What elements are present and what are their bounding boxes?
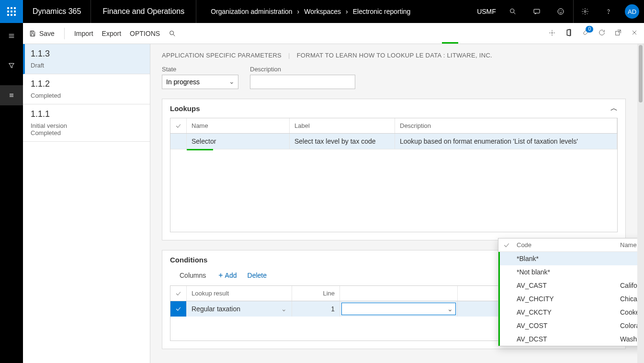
svg-rect-5 bbox=[14, 11, 16, 12]
hamburger-icon[interactable] bbox=[0, 26, 23, 46]
export-button[interactable]: Export bbox=[102, 30, 121, 37]
cell-description: Lookup based on format enumeration 'List… bbox=[395, 134, 617, 149]
separator bbox=[64, 28, 65, 39]
version-item[interactable]: 1.1.1 Initial version Completed bbox=[23, 104, 150, 142]
avatar[interactable]: AD bbox=[625, 4, 639, 19]
dropdown-row[interactable]: AV_COSTColorado State - Retail Prod bbox=[500, 319, 637, 332]
gear-icon[interactable] bbox=[573, 0, 596, 23]
breadcrumb: Organization administration › Workspaces… bbox=[196, 8, 410, 15]
svg-point-15 bbox=[584, 11, 586, 12]
svg-rect-8 bbox=[14, 14, 16, 16]
svg-point-13 bbox=[560, 11, 560, 11]
popout-icon[interactable] bbox=[614, 29, 622, 38]
row-check[interactable] bbox=[170, 134, 187, 149]
refresh-icon[interactable] bbox=[598, 29, 606, 38]
smile-icon[interactable] bbox=[549, 0, 572, 23]
link-icon[interactable] bbox=[548, 29, 556, 38]
dropdown-row[interactable]: AV_CHCITYChicago City - Retail Prod bbox=[500, 292, 637, 306]
check-header[interactable] bbox=[170, 286, 187, 301]
active-indicator bbox=[442, 42, 458, 44]
svg-rect-2 bbox=[14, 7, 16, 9]
dropdown-row[interactable]: AV_CASTCalifornia State - Retail Prod bbox=[500, 279, 637, 292]
svg-line-10 bbox=[514, 12, 515, 14]
version-item[interactable]: 1.1.2 Completed bbox=[23, 74, 150, 104]
filter-icon[interactable] bbox=[0, 56, 23, 76]
svg-point-14 bbox=[562, 11, 562, 11]
panel-header[interactable]: Lookups ︿ bbox=[162, 99, 625, 118]
search-icon[interactable] bbox=[501, 0, 524, 23]
state-label: State bbox=[162, 66, 238, 73]
breadcrumb-item[interactable]: Organization administration bbox=[211, 8, 292, 15]
svg-point-25 bbox=[170, 31, 174, 34]
state-field[interactable] bbox=[162, 75, 238, 89]
cell-label: Select tax level by tax code bbox=[290, 134, 395, 149]
version-number: 1.1.1 bbox=[31, 109, 142, 119]
dd-col-name[interactable]: Name bbox=[620, 241, 637, 249]
col-code-header[interactable] bbox=[340, 286, 458, 301]
version-status: Completed bbox=[31, 129, 142, 136]
version-status: Draft bbox=[31, 62, 142, 69]
columns-link[interactable]: Columns bbox=[180, 272, 206, 279]
dropdown-row[interactable]: *Not blank* bbox=[500, 265, 637, 279]
breadcrumb-item[interactable]: Workspaces bbox=[304, 8, 341, 15]
check-header[interactable] bbox=[498, 241, 515, 249]
company-code[interactable]: USMF bbox=[477, 0, 500, 23]
close-icon[interactable] bbox=[631, 29, 638, 38]
scrollbar-thumb[interactable] bbox=[639, 45, 643, 102]
code-dropdown-popup: Code Name *Blank* *Not blank* AV_CASTCal… bbox=[498, 238, 637, 346]
code-cell[interactable]: ⌄ bbox=[340, 301, 458, 317]
lookups-panel: Lookups ︿ Name Label Description bbox=[162, 99, 626, 240]
version-item[interactable]: 1.1.3 Draft bbox=[23, 44, 150, 74]
brand-name[interactable]: Dynamics 365 bbox=[23, 0, 91, 23]
col-line-header[interactable]: Line bbox=[292, 286, 340, 301]
code-input[interactable] bbox=[341, 303, 456, 315]
header-right: FORMAT TO LEARN HOW TO LOOKUP LE DATA : … bbox=[297, 52, 492, 59]
grid-row[interactable]: Selector Select tax level by tax code Lo… bbox=[170, 134, 617, 149]
chevron-right-icon: › bbox=[297, 8, 300, 15]
dropdown-row[interactable]: AV_CKCTYCooke Country - Retail Prod bbox=[500, 306, 637, 319]
dropdown-row[interactable]: AV_DCSTWashington DC - Retail Prod bbox=[500, 332, 637, 346]
lookups-grid: Name Label Description Selector Select t… bbox=[170, 118, 618, 232]
svg-rect-11 bbox=[534, 9, 540, 13]
command-bar: Save Import Export OPTIONS 0 bbox=[23, 23, 644, 44]
col-name-header[interactable]: Name bbox=[187, 118, 290, 133]
lookup-result-cell[interactable]: Regular taxation ⌄ bbox=[187, 301, 292, 317]
version-number: 1.1.2 bbox=[31, 79, 142, 89]
row-check-selected[interactable] bbox=[170, 301, 187, 317]
attachments-icon[interactable]: 0 bbox=[582, 29, 589, 38]
delete-button[interactable]: Delete bbox=[248, 272, 267, 279]
panel-title: Conditions bbox=[170, 256, 207, 264]
panel-title: Lookups bbox=[170, 104, 200, 113]
dropdown-row[interactable]: *Blank* bbox=[500, 252, 637, 265]
office-icon[interactable] bbox=[565, 28, 573, 38]
dropdown-body[interactable]: *Blank* *Not blank* AV_CASTCalifornia St… bbox=[498, 252, 637, 346]
add-button[interactable]: +Add bbox=[218, 271, 237, 280]
col-label-header[interactable]: Label bbox=[290, 118, 395, 133]
badge-count: 0 bbox=[586, 26, 593, 33]
left-rail bbox=[0, 23, 23, 363]
search-command-icon[interactable] bbox=[169, 30, 176, 37]
cell-name: Selector bbox=[187, 134, 290, 149]
app-launcher-icon[interactable] bbox=[0, 0, 23, 23]
vertical-scrollbar[interactable] bbox=[637, 44, 644, 363]
options-button[interactable]: OPTIONS bbox=[130, 30, 160, 37]
help-icon[interactable] bbox=[597, 0, 620, 23]
version-sidebar: 1.1.3 Draft 1.1.2 Completed 1.1.1 Initia… bbox=[23, 44, 150, 363]
dd-col-code[interactable]: Code bbox=[515, 241, 620, 249]
chevron-up-icon[interactable]: ︿ bbox=[610, 104, 618, 113]
svg-point-12 bbox=[558, 9, 564, 14]
app-title: Finance and Operations bbox=[91, 0, 196, 23]
description-field[interactable] bbox=[250, 75, 355, 89]
save-button[interactable]: Save bbox=[29, 30, 55, 37]
col-lookup-result-header[interactable]: Lookup result bbox=[187, 286, 292, 301]
col-description-header[interactable]: Description bbox=[395, 118, 617, 133]
header-left: APPLICATION SPECIFIC PARAMETERS bbox=[162, 52, 282, 59]
svg-rect-0 bbox=[7, 7, 9, 9]
list-icon[interactable] bbox=[0, 85, 23, 105]
svg-rect-6 bbox=[7, 14, 9, 16]
messages-icon[interactable] bbox=[525, 0, 548, 23]
check-header[interactable] bbox=[170, 118, 187, 133]
breadcrumb-item[interactable]: Electronic reporting bbox=[353, 8, 411, 15]
svg-rect-3 bbox=[7, 11, 9, 12]
import-button[interactable]: Import bbox=[74, 30, 93, 37]
